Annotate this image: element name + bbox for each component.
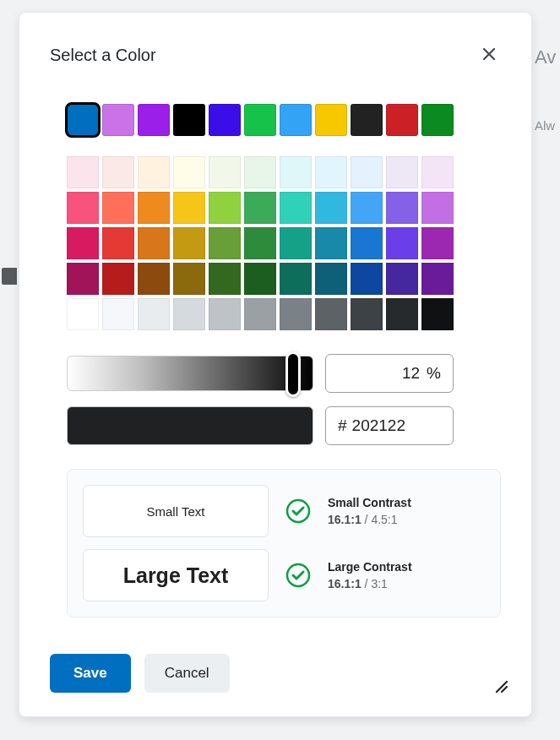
grid-swatch[interactable] bbox=[315, 227, 347, 259]
grid-swatch[interactable] bbox=[386, 298, 418, 330]
grid-swatch[interactable] bbox=[386, 156, 418, 188]
bg-left-icon bbox=[2, 268, 17, 285]
grid-swatch[interactable] bbox=[244, 156, 276, 188]
grid-swatch[interactable] bbox=[173, 156, 205, 188]
brightness-slider[interactable] bbox=[67, 356, 313, 391]
small-contrast-row: Small Text Small Contrast 16.1:1 / 4.5:1 bbox=[83, 485, 485, 537]
grid-swatch[interactable] bbox=[67, 227, 99, 259]
grid-swatch[interactable] bbox=[244, 192, 276, 224]
grid-swatch[interactable] bbox=[102, 263, 134, 295]
save-button[interactable]: Save bbox=[50, 654, 131, 693]
grid-swatch[interactable] bbox=[280, 156, 312, 188]
grid-swatch[interactable] bbox=[102, 227, 134, 259]
preset-swatch-light-purple[interactable] bbox=[102, 104, 134, 136]
grid-swatch[interactable] bbox=[315, 298, 347, 330]
grid-swatch[interactable] bbox=[244, 298, 276, 330]
grid-swatch[interactable] bbox=[351, 156, 383, 188]
preset-swatch-sky-blue[interactable] bbox=[280, 104, 312, 136]
grid-swatch[interactable] bbox=[209, 192, 241, 224]
grid-swatch[interactable] bbox=[67, 263, 99, 295]
grid-swatch[interactable] bbox=[173, 263, 205, 295]
grid-swatch[interactable] bbox=[315, 192, 347, 224]
hex-input-wrap: # bbox=[325, 406, 454, 445]
grid-swatch[interactable] bbox=[102, 298, 134, 330]
grid-swatch[interactable] bbox=[280, 227, 312, 259]
grid-swatch[interactable] bbox=[173, 227, 205, 259]
color-preview-row: # bbox=[50, 406, 501, 445]
grid-swatch[interactable] bbox=[209, 227, 241, 259]
grid-swatch[interactable] bbox=[386, 192, 418, 224]
grid-swatch[interactable] bbox=[351, 298, 383, 330]
large-contrast-title: Large Contrast bbox=[328, 560, 412, 574]
grid-swatch[interactable] bbox=[244, 227, 276, 259]
modal-title: Select a Color bbox=[50, 46, 156, 65]
grid-swatch[interactable] bbox=[351, 263, 383, 295]
grid-swatch[interactable] bbox=[315, 156, 347, 188]
grid-swatch[interactable] bbox=[67, 298, 99, 330]
grid-swatch[interactable] bbox=[67, 156, 99, 188]
small-text-sample: Small Text bbox=[83, 485, 269, 537]
grid-swatch[interactable] bbox=[244, 263, 276, 295]
grid-swatch[interactable] bbox=[280, 263, 312, 295]
grid-swatch[interactable] bbox=[138, 298, 170, 330]
cancel-button[interactable]: Cancel bbox=[144, 654, 230, 693]
brightness-input-wrap: % bbox=[325, 354, 454, 393]
grid-swatch[interactable] bbox=[138, 156, 170, 188]
grid-row bbox=[67, 227, 501, 259]
resize-handle[interactable] bbox=[492, 677, 509, 694]
grid-swatch[interactable] bbox=[209, 156, 241, 188]
preset-swatch-dark-gray[interactable] bbox=[351, 104, 383, 136]
large-contrast-row: Large Text Large Contrast 16.1:1 / 3:1 bbox=[83, 549, 485, 601]
grid-swatch[interactable] bbox=[351, 227, 383, 259]
grid-swatch[interactable] bbox=[280, 192, 312, 224]
hash-sign: # bbox=[338, 416, 347, 435]
preset-swatch-red[interactable] bbox=[386, 104, 418, 136]
slider-thumb[interactable] bbox=[285, 351, 301, 397]
grid-swatch[interactable] bbox=[138, 263, 170, 295]
grid-row bbox=[67, 192, 501, 224]
small-contrast-threshold: 4.5:1 bbox=[371, 513, 397, 526]
grid-swatch[interactable] bbox=[421, 263, 454, 295]
grid-swatch[interactable] bbox=[138, 192, 170, 224]
grid-swatch[interactable] bbox=[209, 263, 241, 295]
preset-swatch-blue[interactable] bbox=[67, 104, 99, 136]
grid-swatch[interactable] bbox=[421, 192, 454, 224]
brightness-input[interactable] bbox=[369, 364, 420, 383]
grid-swatch[interactable] bbox=[67, 192, 99, 224]
small-contrast-title: Small Contrast bbox=[328, 496, 411, 509]
grid-swatch[interactable] bbox=[173, 298, 205, 330]
preset-swatch-indigo[interactable] bbox=[209, 104, 241, 136]
grid-swatch[interactable] bbox=[386, 227, 418, 259]
hex-input[interactable] bbox=[352, 416, 428, 435]
large-contrast-values: 16.1:1 / 3:1 bbox=[328, 577, 412, 590]
color-grid bbox=[50, 156, 501, 330]
preset-colors-row bbox=[50, 104, 501, 136]
large-contrast-threshold: 3:1 bbox=[371, 577, 387, 590]
small-contrast-values: 16.1:1 / 4.5:1 bbox=[328, 513, 411, 526]
grid-swatch[interactable] bbox=[315, 263, 347, 295]
small-contrast-info: Small Contrast 16.1:1 / 4.5:1 bbox=[328, 496, 411, 526]
check-icon bbox=[285, 498, 311, 524]
grid-swatch[interactable] bbox=[421, 298, 454, 330]
grid-swatch[interactable] bbox=[351, 192, 383, 224]
preset-swatch-dark-green[interactable] bbox=[421, 104, 454, 136]
grid-swatch[interactable] bbox=[421, 227, 454, 259]
grid-swatch[interactable] bbox=[102, 192, 134, 224]
grid-swatch[interactable] bbox=[386, 263, 418, 295]
preset-swatch-yellow[interactable] bbox=[315, 104, 347, 136]
close-button[interactable] bbox=[477, 43, 501, 67]
preset-swatch-purple[interactable] bbox=[138, 104, 170, 136]
grid-swatch[interactable] bbox=[280, 298, 312, 330]
percent-sign: % bbox=[427, 364, 441, 383]
preset-swatch-black[interactable] bbox=[173, 104, 205, 136]
grid-swatch[interactable] bbox=[209, 298, 241, 330]
grid-swatch[interactable] bbox=[173, 192, 205, 224]
large-contrast-info: Large Contrast 16.1:1 / 3:1 bbox=[328, 560, 412, 590]
grid-row bbox=[67, 298, 501, 330]
preset-swatch-green[interactable] bbox=[244, 104, 276, 136]
grid-swatch[interactable] bbox=[102, 156, 134, 188]
color-picker-modal: Select a Color % # Small Text bbox=[19, 12, 532, 717]
grid-swatch[interactable] bbox=[138, 227, 170, 259]
grid-swatch[interactable] bbox=[421, 156, 454, 188]
grid-row bbox=[67, 156, 501, 188]
